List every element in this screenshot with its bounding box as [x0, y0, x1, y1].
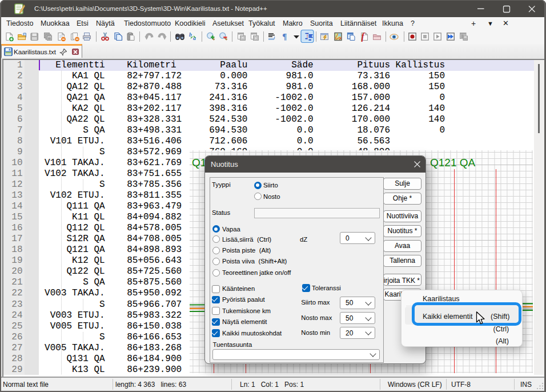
- svg-text:¶: ¶: [282, 32, 287, 41]
- svg-text:b: b: [189, 31, 192, 38]
- svg-text:a: a: [193, 35, 196, 41]
